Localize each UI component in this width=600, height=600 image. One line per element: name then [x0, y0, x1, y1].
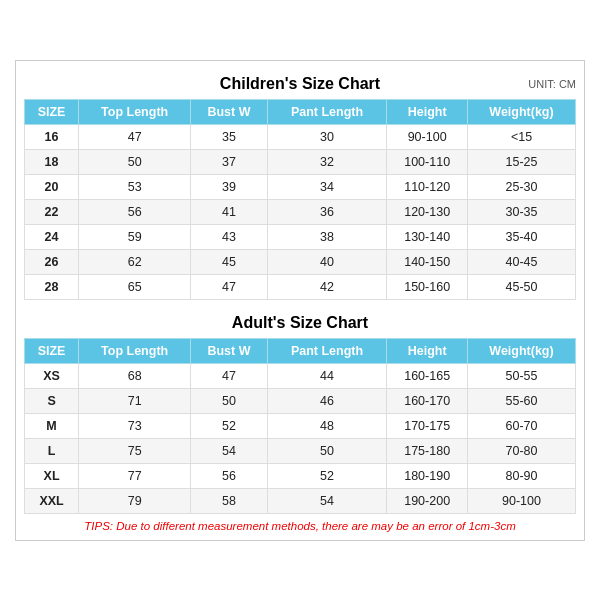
col-size: SIZE	[25, 99, 79, 124]
table-row: L755450175-18070-80	[25, 438, 576, 463]
size-chart-container: Children's Size Chart UNIT: CM SIZE Top …	[15, 60, 585, 541]
adult-section: Adult's Size Chart SIZE Top Length Bust …	[24, 308, 576, 514]
unit-label: UNIT: CM	[528, 78, 576, 90]
adult-title-row: Adult's Size Chart	[24, 308, 576, 338]
col-height: Height	[387, 99, 468, 124]
table-row: 26624540140-15040-45	[25, 249, 576, 274]
col-pant-length: Pant Length	[267, 99, 387, 124]
children-title-row: Children's Size Chart UNIT: CM	[24, 69, 576, 99]
table-row: 20533934110-12025-30	[25, 174, 576, 199]
table-row: M735248170-17560-70	[25, 413, 576, 438]
children-header-row: SIZE Top Length Bust W Pant Length Heigh…	[25, 99, 576, 124]
adult-title: Adult's Size Chart	[232, 314, 368, 332]
col-height-adult: Height	[387, 338, 468, 363]
adult-header-row: SIZE Top Length Bust W Pant Length Heigh…	[25, 338, 576, 363]
table-row: 1647353090-100<15	[25, 124, 576, 149]
children-title: Children's Size Chart	[220, 75, 380, 93]
table-row: XS684744160-16550-55	[25, 363, 576, 388]
adult-size-table: SIZE Top Length Bust W Pant Length Heigh…	[24, 338, 576, 514]
children-size-table: SIZE Top Length Bust W Pant Length Heigh…	[24, 99, 576, 300]
col-pant-length-adult: Pant Length	[267, 338, 387, 363]
children-table-body: 1647353090-100<1518503732100-11015-25205…	[25, 124, 576, 299]
table-row: 28654742150-16045-50	[25, 274, 576, 299]
adult-table-header: SIZE Top Length Bust W Pant Length Heigh…	[25, 338, 576, 363]
col-top-length-adult: Top Length	[79, 338, 191, 363]
tips-text: TIPS: Due to different measurement metho…	[24, 520, 576, 532]
col-weight-adult: Weight(kg)	[468, 338, 576, 363]
col-weight: Weight(kg)	[468, 99, 576, 124]
col-size-adult: SIZE	[25, 338, 79, 363]
table-row: S715046160-17055-60	[25, 388, 576, 413]
children-table-header: SIZE Top Length Bust W Pant Length Heigh…	[25, 99, 576, 124]
col-bust-w-adult: Bust W	[191, 338, 268, 363]
col-bust-w: Bust W	[191, 99, 268, 124]
col-top-length: Top Length	[79, 99, 191, 124]
table-row: XL775652180-19080-90	[25, 463, 576, 488]
table-row: XXL795854190-20090-100	[25, 488, 576, 513]
table-row: 18503732100-11015-25	[25, 149, 576, 174]
table-row: 24594338130-14035-40	[25, 224, 576, 249]
adult-table-body: XS684744160-16550-55S715046160-17055-60M…	[25, 363, 576, 513]
table-row: 22564136120-13030-35	[25, 199, 576, 224]
